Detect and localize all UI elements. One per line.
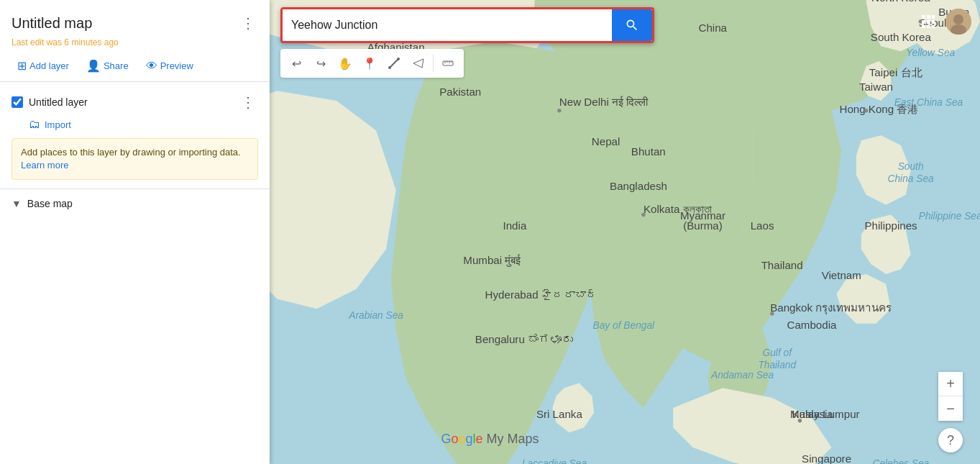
svg-rect-73 [922, 15, 925, 19]
undo-button[interactable]: ↩ [285, 52, 308, 75]
svg-text:China: China [699, 22, 728, 34]
zoom-in-button[interactable]: + [938, 372, 963, 396]
svg-text:Thailand: Thailand [761, 259, 803, 271]
svg-text:Philippine Sea: Philippine Sea [919, 211, 980, 222]
share-icon: 👤 [86, 59, 101, 73]
svg-text:North Korea: North Korea [871, 0, 930, 4]
svg-text:Bay of Bengal: Bay of Bengal [593, 320, 656, 331]
svg-point-83 [953, 14, 963, 24]
layers-icon: ⊞ [17, 59, 27, 73]
svg-text:Cambodia: Cambodia [787, 319, 837, 331]
svg-text:Yellow Sea: Yellow Sea [906, 47, 955, 58]
svg-text:China Sea: China Sea [888, 173, 935, 184]
sidebar-actions: ⊞ Add layer 👤 Share 👁 Preview [12, 56, 258, 76]
svg-text:Andaman Sea: Andaman Sea [710, 370, 774, 381]
svg-text:Philippines: Philippines [865, 219, 918, 232]
user-avatar[interactable] [945, 9, 971, 35]
help-button[interactable]: ? [938, 428, 963, 452]
share-button[interactable]: 👤 Share [81, 56, 134, 76]
svg-text:Bangkok กรุงเทพมหานคร: Bangkok กรุงเทพมหานคร [770, 301, 892, 315]
svg-text:Celebes Sea: Celebes Sea [872, 458, 929, 464]
svg-text:India: India [503, 219, 527, 232]
sidebar-header: Untitled map ⋮ Last edit was 6 minutes a… [0, 0, 270, 82]
zoom-out-button[interactable]: − [938, 396, 963, 421]
svg-text:Gulf of: Gulf of [763, 347, 794, 358]
map-menu-button[interactable]: ⋮ [238, 12, 258, 35]
toolbar: ↩ ↪ ✋ 📍 [280, 49, 464, 78]
preview-button[interactable]: 👁 Preview [140, 57, 199, 76]
svg-text:Arabian Sea: Arabian Sea [348, 310, 403, 321]
redo-button[interactable]: ↪ [309, 52, 332, 75]
svg-text:Taiwan: Taiwan [859, 81, 893, 93]
svg-rect-77 [927, 20, 930, 24]
svg-text:Nepal: Nepal [592, 135, 620, 147]
svg-text:Thailand: Thailand [758, 360, 797, 370]
measure-button[interactable] [407, 52, 430, 75]
add-layer-button[interactable]: ⊞ Add layer [12, 56, 75, 76]
svg-text:Laos: Laos [751, 219, 774, 232]
pan-button[interactable]: ✋ [334, 52, 357, 75]
layer-title-row: Untitled layer [12, 96, 88, 108]
info-box: Add places to this layer by drawing or i… [12, 138, 258, 180]
svg-text:Mumbai मुंबई: Mumbai मुंबई [463, 254, 521, 267]
search-icon [625, 18, 639, 32]
learn-more-link[interactable]: Learn more [21, 160, 68, 170]
svg-text:Kolkata কলকাতা: Kolkata কলকাতা [644, 203, 712, 215]
svg-point-62 [557, 109, 562, 113]
ruler-button[interactable] [436, 52, 459, 75]
svg-rect-74 [927, 15, 930, 19]
search-container [280, 7, 654, 43]
svg-rect-75 [932, 15, 935, 19]
svg-point-63 [641, 213, 646, 217]
import-icon: 🗂 [29, 118, 40, 131]
svg-rect-79 [922, 25, 925, 28]
svg-point-61 [864, 109, 869, 113]
add-marker-button[interactable]: 📍 [358, 52, 381, 75]
svg-text:(Burma): (Burma) [683, 219, 723, 232]
layer-header: Untitled layer ⋮ [12, 91, 258, 114]
svg-text:Bangladesh: Bangladesh [610, 180, 667, 192]
svg-text:Bengaluru ಬೆಂಗಳೂರು: Bengaluru ಬೆಂಗಳೂರು [475, 333, 573, 345]
svg-text:Kuala Lumpur: Kuala Lumpur [792, 408, 859, 420]
svg-rect-80 [927, 25, 930, 28]
svg-text:New Delhi नई दिल्ली: New Delhi नई दिल्ली [559, 96, 649, 108]
svg-text:Hyderabad హైదరాబాద్: Hyderabad హైదరాబాద్ [485, 288, 597, 301]
layer-checkbox[interactable] [12, 96, 23, 108]
svg-text:East China Sea: East China Sea [894, 97, 963, 108]
svg-text:Singapore: Singapore [802, 452, 851, 464]
svg-text:Vietnam: Vietnam [822, 269, 861, 281]
svg-text:Taipei 台北: Taipei 台北 [869, 66, 922, 78]
svg-text:Pakistan: Pakistan [439, 86, 481, 98]
layer-name: Untitled layer [29, 96, 88, 108]
svg-text:Sri Lanka: Sri Lanka [536, 408, 582, 420]
svg-text:South: South [898, 161, 924, 172]
svg-point-65 [798, 419, 802, 423]
zoom-controls: + − [938, 372, 963, 421]
svg-rect-76 [922, 20, 925, 24]
top-right-icons [917, 9, 971, 35]
layer-menu-button[interactable]: ⋮ [238, 91, 258, 114]
import-label[interactable]: Import [45, 119, 71, 130]
basemap-arrow-icon: ▼ [12, 198, 22, 209]
sidebar: Untitled map ⋮ Last edit was 6 minutes a… [0, 0, 270, 464]
draw-line-button[interactable] [383, 52, 406, 75]
toolbar-divider [433, 55, 434, 72]
layer-section: Untitled layer ⋮ 🗂 Import Add places to … [0, 82, 270, 189]
svg-text:Laccadive Sea: Laccadive Sea [522, 458, 587, 464]
preview-icon: 👁 [146, 60, 157, 73]
import-row[interactable]: 🗂 Import [29, 118, 258, 131]
svg-point-64 [770, 311, 774, 316]
search-button[interactable] [612, 9, 652, 41]
basemap-label: Base map [27, 198, 73, 209]
map-title: Untitled map [12, 15, 92, 32]
search-input[interactable] [283, 9, 612, 41]
svg-point-67 [397, 58, 400, 60]
last-edit-label: Last edit was 6 minutes ago [12, 37, 258, 47]
basemap-section[interactable]: ▼ Base map [0, 189, 270, 218]
svg-rect-78 [932, 20, 935, 24]
svg-point-66 [388, 66, 391, 69]
apps-icon[interactable] [917, 10, 940, 33]
info-text: Add places to this layer by drawing or i… [21, 147, 241, 158]
svg-rect-81 [932, 25, 935, 28]
svg-text:Bhutan: Bhutan [631, 145, 666, 158]
